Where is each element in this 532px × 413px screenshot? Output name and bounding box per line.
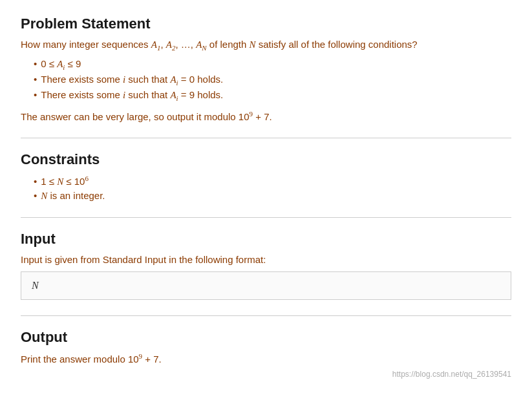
problem-intro: How many integer sequences A1, A2, …, AN… [21, 39, 511, 52]
sequence-notation: A [151, 39, 157, 50]
problem-statement-title: Problem Statement [21, 16, 511, 32]
constraint-1: 1 ≤ N ≤ 106 [34, 175, 511, 187]
modulo-note: The answer can be very large, so output … [21, 110, 511, 122]
input-format-box: N [21, 271, 511, 300]
conditions-list: 0 ≤ Ai ≤ 9 There exists some i such that… [21, 58, 511, 102]
output-section: Output Print the answer modulo 109 + 7. … [21, 329, 511, 379]
condition-1: 0 ≤ Ai ≤ 9 [34, 58, 511, 71]
divider-2 [21, 217, 511, 218]
footer-url: https://blog.csdn.net/qq_26139541 [21, 370, 511, 379]
divider-3 [21, 315, 511, 316]
output-title: Output [21, 329, 511, 346]
constraints-section: Constraints 1 ≤ N ≤ 106 N is an integer. [21, 151, 511, 202]
input-format-value: N [32, 280, 39, 291]
seq-sub2: 2 [172, 39, 176, 50]
condition-3: There exists some i such that Ai = 9 hol… [34, 89, 511, 102]
condition-2: There exists some i such that Ai = 0 hol… [34, 74, 511, 87]
divider-1 [21, 138, 511, 138]
input-description: Input is given from Standard Input in th… [21, 254, 511, 265]
seq-an: AN [196, 39, 207, 50]
output-description: Print the answer modulo 109 + 7. [21, 352, 511, 365]
constraints-list: 1 ≤ N ≤ 106 N is an integer. [21, 175, 511, 202]
seq-var: A [166, 39, 172, 50]
constraint-2: N is an integer. [34, 190, 511, 202]
constraints-title: Constraints [21, 151, 511, 168]
n-var: N [250, 39, 256, 50]
problem-statement-section: Problem Statement How many integer seque… [21, 16, 511, 122]
input-section: Input Input is given from Standard Input… [21, 231, 511, 300]
input-title: Input [21, 231, 511, 248]
seq-sub1: 1 [157, 39, 161, 50]
